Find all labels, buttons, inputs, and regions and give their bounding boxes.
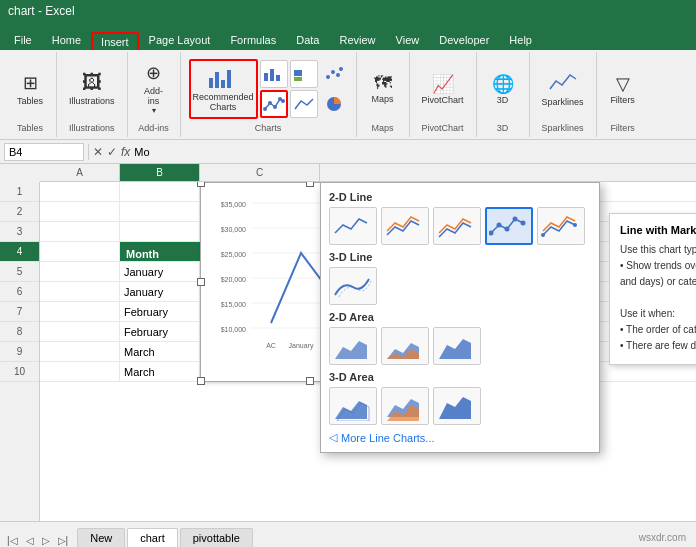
tab-pagelayout[interactable]: Page Layout — [139, 30, 221, 50]
sheet-nav-last[interactable]: ▷| — [55, 534, 72, 547]
pivotchart-icon: 📈 — [432, 73, 454, 95]
3d-icon: 🌐 — [492, 73, 514, 95]
sparklines-icon — [548, 71, 578, 97]
cell-a1[interactable] — [40, 182, 120, 201]
cell-a6[interactable] — [40, 282, 120, 301]
maps-icon: 🗺 — [374, 73, 392, 94]
svg-text:AC: AC — [266, 342, 276, 349]
recommended-charts-icon — [207, 66, 239, 92]
status-bar-right: wsxdr.com — [633, 528, 692, 547]
cell-b1[interactable] — [120, 182, 200, 201]
cancel-icon[interactable]: ✕ — [93, 145, 103, 159]
column-chart-button[interactable] — [290, 60, 318, 88]
tab-data[interactable]: Data — [286, 30, 329, 50]
cell-b3[interactable] — [120, 222, 200, 241]
sheet-nav-prev[interactable]: ◁ — [23, 534, 37, 547]
area-3d-chart2[interactable] — [381, 387, 429, 425]
cell-a4[interactable] — [40, 242, 120, 261]
confirm-icon[interactable]: ✓ — [107, 145, 117, 159]
area-2d-chart3[interactable] — [433, 327, 481, 365]
more-charts-link[interactable]: ◁ More Line Charts... — [329, 431, 591, 444]
line-chart-button[interactable] — [260, 90, 288, 118]
cell-a5[interactable] — [40, 262, 120, 281]
area-2d-chart1[interactable] — [329, 327, 377, 365]
line-2d-chart-row — [329, 207, 591, 245]
chart-handle-ml[interactable] — [197, 278, 205, 286]
svg-text:$30,000: $30,000 — [221, 226, 246, 233]
sheet-tab-chart[interactable]: chart — [127, 528, 177, 547]
line-chart-stacked[interactable] — [381, 207, 429, 245]
svg-point-37 — [521, 221, 526, 226]
ribbon-group-3d: 🌐 3D 3D — [477, 52, 530, 137]
chart-handle-bc[interactable] — [306, 377, 314, 385]
cell-b10-march[interactable]: March — [120, 362, 200, 381]
row-numbers: 1 2 3 4 5 6 7 8 9 10 — [0, 182, 40, 521]
addins-button[interactable]: ⊕ Add- ins ▾ — [136, 59, 172, 119]
chart-handle-tl[interactable] — [197, 182, 205, 187]
line-chart-markers-active[interactable] — [485, 207, 533, 245]
cell-b8[interactable]: February — [120, 322, 200, 341]
sheet-tab-new[interactable]: New — [77, 528, 125, 547]
area-3d-chart3[interactable] — [433, 387, 481, 425]
ribbon: ⊞ Tables Tables 🖼 Illustrations Illustra… — [0, 50, 696, 140]
filters-button[interactable]: ▽ Filters — [605, 59, 641, 119]
tab-file[interactable]: File — [4, 30, 42, 50]
svg-rect-7 — [294, 70, 302, 76]
chart-handle-tc[interactable] — [306, 182, 314, 187]
illustrations-button[interactable]: 🖼 Illustrations — [65, 59, 119, 119]
area-chart-button[interactable] — [290, 90, 318, 118]
cell-a10[interactable] — [40, 362, 120, 381]
section-label-2d-line: 2-D Line — [329, 191, 591, 203]
line-chart-stacked-markers[interactable] — [537, 207, 585, 245]
cell-a7[interactable] — [40, 302, 120, 321]
pie-chart-button[interactable] — [320, 90, 348, 118]
scatter-chart-button[interactable] — [320, 60, 348, 88]
area-3d-chart1[interactable] — [329, 387, 377, 425]
cell-b7[interactable]: February — [120, 302, 200, 321]
title-bar: chart - Excel — [0, 0, 696, 22]
maps-button[interactable]: 🗺 Maps — [365, 59, 401, 119]
svg-rect-8 — [294, 77, 302, 81]
title-bar-text: chart - Excel — [8, 4, 75, 18]
fx-icon[interactable]: fx — [121, 145, 130, 159]
3d-button[interactable]: 🌐 3D — [485, 59, 521, 119]
line-chart-100[interactable] — [433, 207, 481, 245]
chart-handle-bl[interactable] — [197, 377, 205, 385]
tab-formulas[interactable]: Formulas — [220, 30, 286, 50]
svg-text:January: January — [289, 342, 314, 350]
line-3d-chart[interactable] — [329, 267, 377, 305]
recommended-charts-button[interactable]: Recommended Charts — [189, 59, 258, 119]
tab-developer[interactable]: Developer — [429, 30, 499, 50]
area-2d-chart-row — [329, 327, 591, 365]
sheet-nav-next[interactable]: ▷ — [39, 534, 53, 547]
cell-a9[interactable] — [40, 342, 120, 361]
cell-b6[interactable]: January — [120, 282, 200, 301]
cell-b9-march[interactable]: March — [120, 342, 200, 361]
sheet-nav-first[interactable]: |◁ — [4, 534, 21, 547]
line-chart-plain[interactable] — [329, 207, 377, 245]
tab-home[interactable]: Home — [42, 30, 91, 50]
cell-a2[interactable] — [40, 202, 120, 221]
ribbon-group-filters: ▽ Filters Filters — [597, 52, 649, 137]
svg-rect-2 — [221, 80, 225, 88]
bar-chart-button[interactable] — [260, 60, 288, 88]
tables-button[interactable]: ⊞ Tables — [12, 59, 48, 119]
cell-a3[interactable] — [40, 222, 120, 241]
area-2d-chart2[interactable] — [381, 327, 429, 365]
tab-view[interactable]: View — [386, 30, 430, 50]
pivotchart-button[interactable]: 📈 PivotChart — [418, 59, 468, 119]
cell-b5[interactable]: January — [120, 262, 200, 281]
col-header-a: A — [40, 164, 120, 181]
svg-point-36 — [513, 217, 518, 222]
cell-a8[interactable] — [40, 322, 120, 341]
cell-b4-month[interactable]: Month — [120, 242, 200, 261]
tab-review[interactable]: Review — [329, 30, 385, 50]
name-box[interactable]: B4 — [4, 143, 84, 161]
svg-point-16 — [336, 73, 340, 77]
sparklines-button[interactable]: Sparklines — [538, 59, 588, 119]
tab-insert[interactable]: Insert — [91, 32, 139, 50]
cell-b2[interactable] — [120, 202, 200, 221]
sheet-tab-pivottable[interactable]: pivottable — [180, 528, 253, 547]
svg-rect-1 — [215, 72, 219, 88]
tab-help[interactable]: Help — [499, 30, 542, 50]
